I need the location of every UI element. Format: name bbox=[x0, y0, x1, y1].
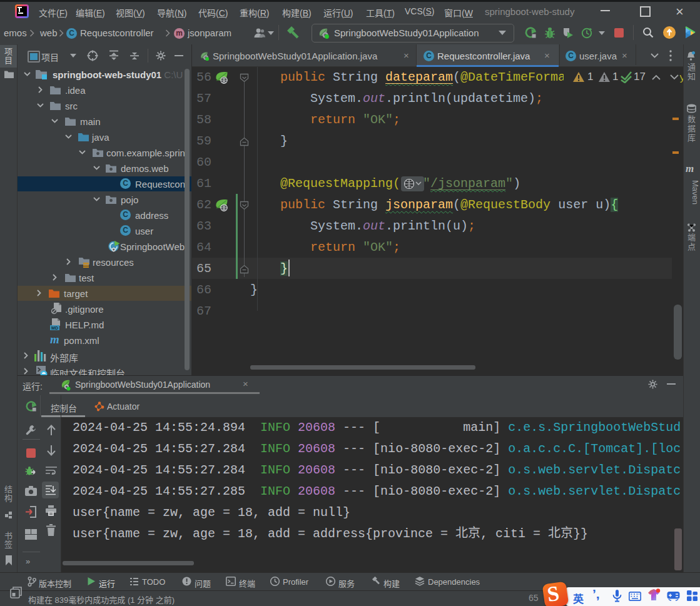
svg-text:MD: MD bbox=[51, 326, 58, 330]
